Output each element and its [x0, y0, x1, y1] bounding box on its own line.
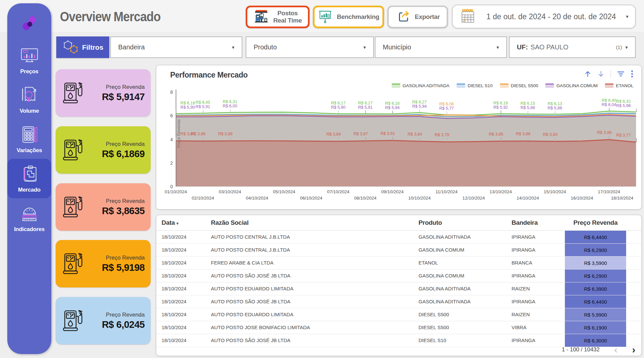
column-header-bandeira[interactable]: Bandeira — [512, 219, 538, 226]
cell-data: 18/10/2024 — [162, 257, 186, 269]
y-tick: 8 — [164, 90, 173, 95]
x-tick-label: 10/10/2024 — [408, 196, 431, 201]
y-tick: 2 — [164, 160, 173, 166]
table-row[interactable]: 18/10/2024AUTO POSTO SÃO JOSÉ JB LTDADIE… — [156, 334, 641, 347]
etanol-data-label: R$ 3,85 — [489, 132, 503, 137]
previous-page-icon[interactable]: ‹ — [614, 346, 618, 353]
cell-razao-social: AUTO POSTO JOSE BONIFACIO LIMITADA — [211, 321, 310, 334]
data-label-tick — [447, 138, 447, 142]
kpi-label: Preço Revenda — [102, 198, 145, 205]
table-row[interactable]: 18/10/2024AUTO POSTO CENTRAL J.B.LTDAGAS… — [156, 244, 641, 257]
column-header-data[interactable]: Data ▾ — [162, 219, 178, 226]
etanol-data-label: R$ 3,79 — [435, 133, 449, 137]
cell-preco-revenda: R$ 6,1900 — [565, 321, 626, 334]
data-label-bottom: R$ 5,91 — [196, 105, 210, 109]
data-label-bottom: R$ 5,86 — [548, 106, 562, 110]
data-label-tick — [609, 108, 610, 111]
cell-preco-revenda: R$ 5,9900 — [565, 308, 626, 321]
etanol-data-label: R$ 3,88 — [218, 132, 233, 136]
export-icon — [396, 9, 411, 25]
sidebar-item-indicadores[interactable]: Indicadores — [7, 198, 51, 238]
legend-label: ETANOL — [616, 83, 633, 88]
cell-bandeira: VIBRA — [512, 321, 526, 334]
kpi-value: R$ 5,9198 — [102, 262, 145, 273]
table-row[interactable]: 18/10/2024AUTO POSTO CENTRAL J.B.LTDAGAS… — [156, 231, 641, 244]
arrow-down-icon[interactable] — [597, 70, 605, 78]
sidebar-item-label: Indicadores — [14, 226, 44, 233]
x-tick-label: 13/10/2024 — [489, 189, 512, 194]
postos-button[interactable]: PostosReal Time — [246, 6, 310, 28]
data-label-bottom: R$ 5,94 — [412, 104, 427, 109]
cell-razao-social: FERED ARABE & CIA LTDA — [211, 257, 273, 269]
data-label-tick — [176, 137, 176, 141]
kpi-text: Preço RevendaR$ 3,8635 — [102, 198, 145, 216]
exportar-button[interactable]: Exportar — [387, 6, 448, 28]
chart-toolbar — [584, 70, 633, 78]
date-range-picker[interactable]: 1 de out. de 2024 - 20 de out. de 2024 ▾ — [452, 5, 636, 29]
kpi-text: Preço RevendaR$ 6,1869 — [102, 141, 145, 159]
cell-preco-revenda: R$ 6,4400 — [565, 231, 626, 243]
data-label-group: R$ 6,15R$ 5,88 — [520, 101, 535, 110]
filter-dropdown-uf[interactable]: UF:SAO PAULO(1)▾ — [509, 36, 636, 58]
legend-item-diesel-s500: DIESEL S500 — [500, 83, 538, 88]
table-row[interactable]: 18/10/2024FERED ARABE & CIA LTDAETANOLBR… — [156, 257, 641, 269]
data-label-group: R$ 6,27R$ 5,94 — [412, 100, 427, 109]
data-label-tick — [555, 111, 556, 114]
column-header-produto[interactable]: Produto — [419, 219, 442, 226]
postos-label: PostosReal Time — [273, 10, 302, 24]
sidebar-item-label: Volume — [20, 108, 39, 114]
sidebar-item-variacoes[interactable]: Variações — [7, 119, 51, 159]
kpi-label: Preço Revenda — [102, 141, 145, 148]
sidebar-item-precos[interactable]: Preços — [7, 40, 51, 80]
cell-bandeira: IPIRANGA — [512, 231, 535, 243]
data-label-bottom: R$ 6,04 — [602, 103, 616, 107]
kebab-menu-icon[interactable] — [631, 70, 633, 78]
area-etanol — [176, 140, 636, 187]
calculator-ruler-icon — [20, 125, 39, 144]
cell-bandeira: IPIRANGA — [512, 334, 535, 347]
filtros-button[interactable]: Filtros — [56, 36, 109, 58]
kpi-value: R$ 6,0245 — [102, 319, 145, 330]
x-tick-label: 07/10/2024 — [327, 189, 350, 194]
table-row[interactable]: 18/10/2024AUTO POSTO JOSE BONIFACIO LIMI… — [156, 321, 641, 334]
data-label-tick — [338, 137, 339, 141]
filter-icon[interactable] — [617, 70, 625, 78]
table-row[interactable]: 18/10/2024AUTO POSTO EDUARDO LIMITADAGAS… — [156, 282, 641, 295]
legend-item-etanol: ETANOL — [605, 83, 633, 88]
cell-bandeira: RAIZEN — [512, 282, 530, 295]
cell-preco-revenda: R$ 6,3900 — [565, 282, 626, 295]
x-tick-label: 16/10/2024 — [571, 196, 593, 201]
exportar-label: Exportar — [415, 13, 440, 21]
performance-chart-plot[interactable]: Preço Revenda R$ 6,18R$ 5,90R$ 6,45R$ 5,… — [176, 92, 636, 187]
filter-dropdown-produto[interactable]: Produto▾ — [246, 36, 374, 58]
data-label-bottom: R$ 5,88 — [520, 106, 535, 110]
filter-dropdown-municipio[interactable]: Município▾ — [375, 36, 507, 58]
data-label-tick — [392, 111, 393, 114]
column-header-razao-social[interactable]: Razão Social — [211, 219, 249, 226]
x-tick-label: 06/10/2024 — [300, 196, 322, 201]
data-label-bottom: R$ 5,90 — [331, 105, 346, 110]
cell-data: 18/10/2024 — [162, 244, 186, 256]
x-tick-label: 08/10/2024 — [354, 196, 377, 201]
detail-table-card: Data ▾ Razão Social Produto Bandeira Pre… — [156, 215, 642, 356]
sidebar-item-volume[interactable]: Volume — [7, 80, 51, 119]
data-label-tick — [447, 111, 447, 115]
kpi-value: R$ 5,9147 — [102, 91, 145, 102]
cell-produto: GASOLINA ADITIVADA — [419, 295, 471, 308]
legend-label: DIESEL S500 — [511, 83, 538, 88]
data-label-group: R$ 6,17R$ 5,90 — [331, 101, 346, 110]
y-tick: 6 — [164, 113, 173, 118]
table-row[interactable]: 18/10/2024AUTO POSTO SÃO JOSÉ JB LTDAGAS… — [156, 269, 641, 282]
column-header-preco-revenda[interactable]: Preço Revenda — [565, 219, 626, 226]
data-label-tick — [203, 110, 204, 113]
legend-swatch — [392, 84, 400, 88]
sidebar-item-mercado[interactable]: Mercado — [7, 159, 51, 198]
fuel-pump-icon — [60, 137, 85, 163]
arrow-up-icon[interactable] — [584, 70, 591, 78]
table-row[interactable]: 18/10/2024AUTO POSTO EDUARDO LIMITADADIE… — [156, 308, 641, 321]
next-page-icon[interactable]: › — [632, 346, 635, 353]
filter-dropdown-bandeira[interactable]: Bandeira▾ — [110, 36, 242, 58]
benchmarking-button[interactable]: Benchmarking — [313, 6, 384, 28]
cell-data: 18/10/2024 — [162, 295, 186, 308]
table-row[interactable]: 18/10/2024AUTO POSTO SÃO JOSÉ JB LTDAGAS… — [156, 295, 641, 308]
